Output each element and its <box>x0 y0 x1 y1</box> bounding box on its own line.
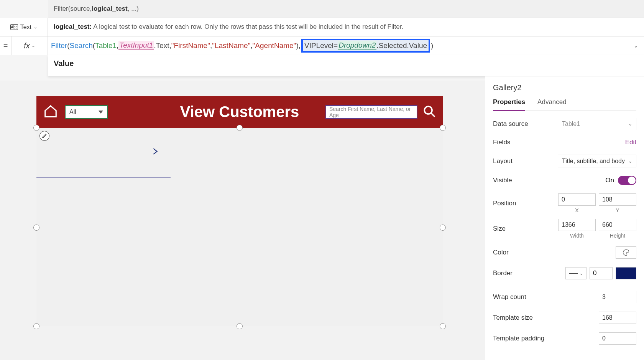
fx-dropdown[interactable]: fx ⌄ <box>12 36 48 55</box>
hint-label: logical_test: <box>54 23 92 31</box>
sig-open: (source, <box>68 5 92 13</box>
template-padding-input[interactable] <box>599 332 636 345</box>
tab-advanced[interactable]: Advanced <box>537 96 567 111</box>
format-label: Text <box>20 24 31 31</box>
formula-expand-icon[interactable]: ⌄ <box>634 43 638 49</box>
border-label: Border <box>493 269 513 277</box>
fields-edit-link[interactable]: Edit <box>625 139 636 146</box>
search-icon[interactable] <box>423 105 436 119</box>
fx-label: fx <box>24 41 30 50</box>
tok-textinput: TextInput1 <box>118 41 154 50</box>
intellisense-item[interactable]: Value <box>48 55 644 76</box>
border-width-input[interactable]: 0 <box>590 267 613 279</box>
svg-point-0 <box>424 106 432 114</box>
search-placeholder: Search First Name, Last Name, or Age <box>329 106 414 118</box>
edit-template-icon[interactable] <box>39 131 49 141</box>
home-icon[interactable] <box>43 104 58 120</box>
properties-tabs: Properties Advanced <box>493 96 636 111</box>
template-padding-label: Template padding <box>493 335 544 342</box>
color-picker[interactable] <box>616 246 636 259</box>
wrap-count-label: Wrap count <box>493 293 526 301</box>
gallery-template-item[interactable] <box>36 128 171 178</box>
chevron-down-icon: ⌄ <box>628 159 632 164</box>
position-y-input[interactable] <box>599 193 636 206</box>
selection-handle[interactable] <box>237 323 243 329</box>
color-label: Color <box>493 249 509 256</box>
border-style-dropdown[interactable]: ⌄ <box>565 267 586 279</box>
chevron-down-icon: ⌄ <box>628 121 632 127</box>
gallery-control[interactable] <box>36 128 443 326</box>
tok-filter: Filter <box>51 41 67 50</box>
tok-dropdown: Dropdown2 <box>338 41 376 50</box>
sig-rest: , ...) <box>128 5 139 13</box>
hint-text: A logical test to evaluate for each row.… <box>93 23 403 31</box>
format-selector[interactable]: Abc Text ⌄ <box>0 18 48 36</box>
formula-bar: = fx ⌄ Filter ( Search ( Table1 , TextIn… <box>0 36 644 55</box>
size-width-input[interactable] <box>558 219 596 231</box>
fields-label: Fields <box>493 139 510 146</box>
wrap-count-input[interactable] <box>599 291 636 303</box>
selected-control-name: Gallery2 <box>493 83 636 92</box>
selection-handle[interactable] <box>237 125 243 131</box>
visible-label: Visible <box>493 177 512 184</box>
function-signature-bar: Filter (source, logical_test , ...) <box>48 0 644 18</box>
sig-fn: Filter <box>54 5 68 13</box>
selection-handle[interactable] <box>33 323 39 329</box>
search-input[interactable]: Search First Name, Last Name, or Age <box>325 105 417 119</box>
vip-dropdown-value: All <box>69 109 76 116</box>
selection-handle[interactable] <box>440 225 446 231</box>
canvas-area: All View Customers Search First Name, La… <box>0 81 485 360</box>
parameter-hint-bar: logical_test: A logical test to evaluate… <box>48 18 644 36</box>
visible-value: On <box>605 177 614 184</box>
formula-input[interactable]: Filter ( Search ( Table1 , TextInput1 .T… <box>48 36 644 55</box>
template-size-label: Template size <box>493 314 533 322</box>
chevron-down-icon <box>99 111 103 114</box>
tok-search: Search <box>70 41 93 50</box>
layout-dropdown[interactable]: Title, subtitle, and body ⌄ <box>558 155 636 167</box>
app-header: All View Customers Search First Name, La… <box>36 96 443 128</box>
properties-panel: Gallery2 Properties Advanced Data source… <box>485 76 644 360</box>
chevron-down-icon: ⌄ <box>34 25 37 30</box>
app-screen[interactable]: All View Customers Search First Name, La… <box>36 96 443 326</box>
visible-toggle[interactable] <box>618 176 636 185</box>
sig-bold-arg: logical_test <box>92 5 128 13</box>
screen-title: View Customers <box>180 103 299 121</box>
selection-handle[interactable] <box>33 125 39 131</box>
data-source-dropdown[interactable]: Table1 ⌄ <box>558 118 636 130</box>
border-color-picker[interactable] <box>616 267 636 279</box>
chevron-down-icon: ⌄ <box>31 43 35 48</box>
selection-handle[interactable] <box>440 125 446 131</box>
svg-line-1 <box>431 113 435 117</box>
size-label: Size <box>493 225 506 233</box>
data-source-label: Data source <box>493 120 528 128</box>
chevron-right-icon[interactable] <box>151 145 159 160</box>
size-height-input[interactable] <box>599 219 636 231</box>
text-format-icon: Abc <box>10 24 18 30</box>
selection-handle[interactable] <box>440 323 446 329</box>
tab-properties[interactable]: Properties <box>493 96 525 111</box>
position-label: Position <box>493 200 516 207</box>
template-size-input[interactable] <box>599 312 636 324</box>
layout-label: Layout <box>493 157 513 165</box>
formula-selection: VIPLevel = Dropdown2 .Selected.Value <box>301 39 430 53</box>
tok-table: Table1 <box>95 41 117 50</box>
equals-cell: = <box>0 36 12 55</box>
vip-level-dropdown[interactable]: All <box>65 105 108 119</box>
position-x-input[interactable] <box>558 193 596 206</box>
selection-handle[interactable] <box>33 225 39 231</box>
